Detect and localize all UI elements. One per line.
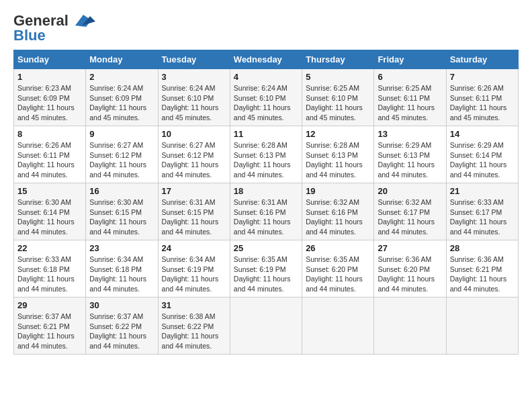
day-info: Sunrise: 6:34 AMSunset: 6:18 PMDaylight:… bbox=[89, 255, 146, 293]
calendar-cell: 25 Sunrise: 6:35 AMSunset: 6:19 PMDaylig… bbox=[230, 240, 302, 298]
day-number: 15 bbox=[17, 186, 82, 196]
calendar-cell: 23 Sunrise: 6:34 AMSunset: 6:18 PMDaylig… bbox=[86, 240, 158, 298]
calendar-cell: 4 Sunrise: 6:24 AMSunset: 6:10 PMDayligh… bbox=[230, 69, 302, 126]
calendar-cell: 12 Sunrise: 6:28 AMSunset: 6:13 PMDaylig… bbox=[302, 126, 374, 183]
calendar-cell: 18 Sunrise: 6:31 AMSunset: 6:16 PMDaylig… bbox=[230, 183, 302, 240]
day-info: Sunrise: 6:29 AMSunset: 6:13 PMDaylight:… bbox=[378, 141, 435, 179]
calendar-cell: 13 Sunrise: 6:29 AMSunset: 6:13 PMDaylig… bbox=[374, 126, 446, 183]
day-number: 7 bbox=[450, 72, 515, 82]
day-info: Sunrise: 6:31 AMSunset: 6:15 PMDaylight:… bbox=[162, 198, 219, 236]
day-number: 11 bbox=[234, 129, 298, 139]
calendar-cell: 14 Sunrise: 6:29 AMSunset: 6:14 PMDaylig… bbox=[446, 126, 518, 183]
calendar-cell: 11 Sunrise: 6:28 AMSunset: 6:13 PMDaylig… bbox=[230, 126, 302, 183]
calendar-cell: 9 Sunrise: 6:27 AMSunset: 6:12 PMDayligh… bbox=[86, 126, 158, 183]
day-info: Sunrise: 6:32 AMSunset: 6:17 PMDaylight:… bbox=[378, 198, 435, 236]
calendar-cell: 30 Sunrise: 6:37 AMSunset: 6:22 PMDaylig… bbox=[86, 298, 158, 355]
day-number: 12 bbox=[306, 129, 370, 139]
day-info: Sunrise: 6:35 AMSunset: 6:20 PMDaylight:… bbox=[306, 255, 363, 293]
day-info: Sunrise: 6:29 AMSunset: 6:14 PMDaylight:… bbox=[450, 141, 507, 179]
day-info: Sunrise: 6:30 AMSunset: 6:15 PMDaylight:… bbox=[89, 198, 146, 236]
calendar-table: SundayMondayTuesdayWednesdayThursdayFrid… bbox=[13, 50, 519, 355]
calendar-cell: 15 Sunrise: 6:30 AMSunset: 6:14 PMDaylig… bbox=[14, 183, 86, 240]
day-info: Sunrise: 6:37 AMSunset: 6:21 PMDaylight:… bbox=[17, 312, 75, 350]
logo-blue-text: Blue bbox=[13, 28, 46, 43]
day-number: 19 bbox=[306, 186, 370, 196]
day-info: Sunrise: 6:37 AMSunset: 6:22 PMDaylight:… bbox=[89, 312, 146, 350]
calendar-cell: 10 Sunrise: 6:27 AMSunset: 6:12 PMDaylig… bbox=[158, 126, 230, 183]
calendar-cell: 7 Sunrise: 6:26 AMSunset: 6:11 PMDayligh… bbox=[446, 69, 518, 126]
day-info: Sunrise: 6:30 AMSunset: 6:14 PMDaylight:… bbox=[17, 198, 75, 236]
calendar-cell: 31 Sunrise: 6:38 AMSunset: 6:22 PMDaylig… bbox=[158, 298, 230, 355]
calendar-cell: 5 Sunrise: 6:25 AMSunset: 6:10 PMDayligh… bbox=[302, 69, 374, 126]
weekday-header-friday: Friday bbox=[374, 50, 446, 69]
day-number: 22 bbox=[17, 243, 82, 253]
weekday-header-wednesday: Wednesday bbox=[230, 50, 302, 69]
day-number: 10 bbox=[162, 129, 226, 139]
day-info: Sunrise: 6:35 AMSunset: 6:19 PMDaylight:… bbox=[234, 255, 291, 293]
day-number: 21 bbox=[450, 186, 515, 196]
day-info: Sunrise: 6:26 AMSunset: 6:11 PMDaylight:… bbox=[450, 84, 507, 122]
weekday-header-sunday: Sunday bbox=[14, 50, 86, 69]
day-info: Sunrise: 6:32 AMSunset: 6:16 PMDaylight:… bbox=[306, 198, 363, 236]
calendar-cell: 28 Sunrise: 6:36 AMSunset: 6:21 PMDaylig… bbox=[446, 240, 518, 298]
day-number: 27 bbox=[378, 243, 442, 253]
calendar-cell: 3 Sunrise: 6:24 AMSunset: 6:10 PMDayligh… bbox=[158, 69, 230, 126]
day-info: Sunrise: 6:28 AMSunset: 6:13 PMDaylight:… bbox=[234, 141, 291, 179]
calendar-cell: 26 Sunrise: 6:35 AMSunset: 6:20 PMDaylig… bbox=[302, 240, 374, 298]
day-info: Sunrise: 6:23 AMSunset: 6:09 PMDaylight:… bbox=[17, 84, 75, 122]
day-info: Sunrise: 6:26 AMSunset: 6:11 PMDaylight:… bbox=[17, 141, 75, 179]
calendar-cell: 8 Sunrise: 6:26 AMSunset: 6:11 PMDayligh… bbox=[14, 126, 86, 183]
day-number: 16 bbox=[89, 186, 154, 196]
calendar-cell: 29 Sunrise: 6:37 AMSunset: 6:21 PMDaylig… bbox=[14, 298, 86, 355]
calendar-cell bbox=[230, 298, 302, 355]
day-info: Sunrise: 6:24 AMSunset: 6:10 PMDaylight:… bbox=[162, 84, 219, 122]
calendar-cell: 27 Sunrise: 6:36 AMSunset: 6:20 PMDaylig… bbox=[374, 240, 446, 298]
day-number: 23 bbox=[89, 243, 154, 253]
day-number: 9 bbox=[89, 129, 154, 139]
day-number: 4 bbox=[234, 72, 298, 82]
calendar-cell: 17 Sunrise: 6:31 AMSunset: 6:15 PMDaylig… bbox=[158, 183, 230, 240]
calendar-cell: 22 Sunrise: 6:33 AMSunset: 6:18 PMDaylig… bbox=[14, 240, 86, 298]
calendar-cell: 19 Sunrise: 6:32 AMSunset: 6:16 PMDaylig… bbox=[302, 183, 374, 240]
day-info: Sunrise: 6:24 AMSunset: 6:09 PMDaylight:… bbox=[89, 84, 146, 122]
calendar-cell: 2 Sunrise: 6:24 AMSunset: 6:09 PMDayligh… bbox=[86, 69, 158, 126]
day-info: Sunrise: 6:27 AMSunset: 6:12 PMDaylight:… bbox=[162, 141, 219, 179]
calendar-cell bbox=[374, 298, 446, 355]
day-number: 14 bbox=[450, 129, 515, 139]
day-number: 29 bbox=[17, 300, 82, 310]
day-number: 17 bbox=[162, 186, 226, 196]
calendar-cell bbox=[446, 298, 518, 355]
logo-icon bbox=[70, 13, 95, 28]
weekday-header-saturday: Saturday bbox=[446, 50, 518, 69]
day-number: 26 bbox=[306, 243, 370, 253]
day-number: 3 bbox=[162, 72, 226, 82]
page-header: General Blue bbox=[13, 13, 519, 43]
day-info: Sunrise: 6:38 AMSunset: 6:22 PMDaylight:… bbox=[162, 312, 219, 350]
day-number: 1 bbox=[17, 72, 82, 82]
day-info: Sunrise: 6:25 AMSunset: 6:10 PMDaylight:… bbox=[306, 84, 363, 122]
calendar-cell: 16 Sunrise: 6:30 AMSunset: 6:15 PMDaylig… bbox=[86, 183, 158, 240]
day-number: 25 bbox=[234, 243, 298, 253]
weekday-header-monday: Monday bbox=[86, 50, 158, 69]
day-info: Sunrise: 6:31 AMSunset: 6:16 PMDaylight:… bbox=[234, 198, 291, 236]
day-number: 8 bbox=[17, 129, 82, 139]
day-info: Sunrise: 6:36 AMSunset: 6:21 PMDaylight:… bbox=[450, 255, 507, 293]
day-number: 2 bbox=[89, 72, 154, 82]
day-number: 20 bbox=[378, 186, 442, 196]
day-info: Sunrise: 6:33 AMSunset: 6:18 PMDaylight:… bbox=[17, 255, 75, 293]
day-info: Sunrise: 6:25 AMSunset: 6:11 PMDaylight:… bbox=[378, 84, 435, 122]
weekday-header-thursday: Thursday bbox=[302, 50, 374, 69]
day-info: Sunrise: 6:34 AMSunset: 6:19 PMDaylight:… bbox=[162, 255, 219, 293]
calendar-cell: 20 Sunrise: 6:32 AMSunset: 6:17 PMDaylig… bbox=[374, 183, 446, 240]
day-number: 6 bbox=[378, 72, 442, 82]
day-number: 24 bbox=[162, 243, 226, 253]
day-number: 13 bbox=[378, 129, 442, 139]
day-info: Sunrise: 6:36 AMSunset: 6:20 PMDaylight:… bbox=[378, 255, 435, 293]
weekday-header-tuesday: Tuesday bbox=[158, 50, 230, 69]
calendar-cell: 21 Sunrise: 6:33 AMSunset: 6:17 PMDaylig… bbox=[446, 183, 518, 240]
day-number: 28 bbox=[450, 243, 515, 253]
day-number: 31 bbox=[162, 300, 226, 310]
day-info: Sunrise: 6:33 AMSunset: 6:17 PMDaylight:… bbox=[450, 198, 507, 236]
day-number: 5 bbox=[306, 72, 370, 82]
day-info: Sunrise: 6:24 AMSunset: 6:10 PMDaylight:… bbox=[234, 84, 291, 122]
